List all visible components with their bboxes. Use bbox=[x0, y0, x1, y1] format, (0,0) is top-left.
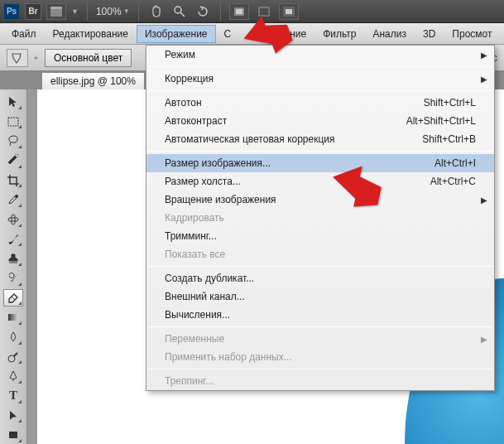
menu-item-adjustments[interactable]: Коррекция▶ bbox=[146, 70, 494, 88]
menu-item-image-rotation[interactable]: Вращение изображения▶ bbox=[146, 191, 494, 209]
eyedropper-tool-icon[interactable] bbox=[3, 191, 23, 209]
menu-item-crop: Кадрировать bbox=[146, 209, 494, 227]
menu-item-calculations[interactable]: Вычисления... bbox=[146, 306, 494, 324]
image-menu-dropdown: Режим▶ Коррекция▶ АвтотонShift+Ctrl+L Ав… bbox=[146, 45, 495, 391]
menu-item-reveal-all: Показать все bbox=[146, 245, 494, 263]
menu-view-partial[interactable]: Просмот bbox=[444, 25, 500, 43]
history-brush-tool-icon[interactable] bbox=[3, 269, 23, 287]
menu-item-trap: Треппинг... bbox=[146, 372, 494, 390]
menu-item-variables: Переменные▶ bbox=[146, 330, 494, 348]
rotate-icon[interactable] bbox=[194, 3, 212, 20]
svg-point-14 bbox=[8, 355, 15, 362]
annotation-arrow-2 bbox=[331, 166, 385, 214]
menu-filter[interactable]: Фильтр bbox=[314, 25, 364, 43]
menu-item-apply-dataset: Применить набор данных... bbox=[146, 348, 494, 366]
shape-tool-icon[interactable] bbox=[3, 426, 23, 444]
marquee-tool-icon[interactable] bbox=[3, 113, 23, 131]
tool-preset-icon[interactable] bbox=[7, 49, 28, 67]
photoshop-logo-icon: Ps bbox=[3, 3, 20, 20]
menu-file[interactable]: Файл bbox=[3, 25, 45, 43]
menu-item-auto-color[interactable]: Автоматическая цветовая коррекцияShift+C… bbox=[146, 130, 494, 148]
svg-point-2 bbox=[175, 7, 181, 13]
menu-item-duplicate[interactable]: Создать дубликат... bbox=[146, 269, 494, 287]
menu-item-canvas-size[interactable]: Размер холста...Alt+Ctrl+C bbox=[146, 172, 494, 191]
blur-tool-icon[interactable] bbox=[3, 328, 23, 346]
crop-tool-icon[interactable] bbox=[3, 171, 23, 190]
foreground-color-button[interactable]: Основной цвет bbox=[45, 49, 132, 67]
svg-rect-12 bbox=[12, 215, 15, 224]
menu-3d[interactable]: 3D bbox=[415, 25, 444, 43]
menu-item-auto-tone[interactable]: АвтотонShift+Ctrl+L bbox=[146, 94, 494, 112]
dodge-tool-icon[interactable] bbox=[3, 348, 23, 366]
submenu-arrow-icon: ▶ bbox=[481, 335, 487, 344]
eraser-tool-icon[interactable] bbox=[3, 289, 23, 307]
svg-rect-13 bbox=[8, 314, 18, 321]
path-select-tool-icon[interactable] bbox=[3, 407, 23, 425]
menu-analysis[interactable]: Анализ bbox=[364, 25, 415, 43]
svg-line-3 bbox=[180, 12, 185, 17]
svg-rect-9 bbox=[8, 118, 18, 126]
menu-layer-partial[interactable]: С bbox=[216, 25, 233, 43]
menu-item-mode[interactable]: Режим▶ bbox=[146, 46, 494, 64]
chevron-down-icon: ▼ bbox=[123, 7, 130, 15]
menu-item-apply-image[interactable]: Внешний канал... bbox=[146, 287, 494, 306]
svg-rect-5 bbox=[236, 9, 242, 14]
zoom-level[interactable]: 100% ▼ bbox=[96, 6, 130, 17]
type-tool-icon[interactable]: T bbox=[3, 387, 23, 405]
submenu-arrow-icon: ▶ bbox=[481, 75, 487, 84]
wand-tool-icon[interactable] bbox=[3, 152, 23, 170]
menu-image[interactable]: Изображение bbox=[137, 25, 216, 43]
svg-point-10 bbox=[15, 195, 18, 198]
pen-tool-icon[interactable] bbox=[3, 367, 23, 385]
stamp-tool-icon[interactable] bbox=[3, 249, 23, 268]
svg-rect-15 bbox=[9, 432, 17, 438]
toolbox: T bbox=[0, 89, 27, 444]
svg-rect-8 bbox=[286, 9, 292, 14]
svg-rect-1 bbox=[50, 7, 62, 9]
gradient-tool-icon[interactable] bbox=[3, 308, 23, 326]
bridge-icon[interactable]: Br bbox=[25, 3, 41, 20]
svg-rect-11 bbox=[8, 218, 18, 221]
menu-item-image-size[interactable]: Размер изображения...Alt+Ctrl+I bbox=[146, 154, 494, 172]
submenu-arrow-icon: ▶ bbox=[481, 51, 487, 60]
zoom-value: 100% bbox=[96, 6, 122, 17]
document-tab[interactable]: ellipse.jpg @ 100% bbox=[41, 72, 145, 89]
hand-icon[interactable] bbox=[147, 3, 166, 20]
brush-tool-icon[interactable] bbox=[3, 230, 23, 249]
lasso-tool-icon[interactable] bbox=[3, 132, 23, 150]
heal-tool-icon[interactable] bbox=[3, 210, 23, 229]
menu-item-auto-contrast[interactable]: АвтоконтрастAlt+Shift+Ctrl+L bbox=[146, 112, 494, 130]
svg-rect-6 bbox=[259, 7, 269, 16]
submenu-arrow-icon: ▶ bbox=[481, 195, 487, 205]
zoom-icon[interactable] bbox=[170, 3, 189, 20]
menu-item-trim[interactable]: Тримминг... bbox=[146, 227, 494, 245]
svg-rect-0 bbox=[50, 8, 62, 17]
annotation-arrow-1 bbox=[244, 15, 294, 63]
menu-edit[interactable]: Редактирование bbox=[45, 25, 137, 43]
move-tool-icon[interactable] bbox=[3, 93, 23, 111]
mini-bridge-icon[interactable] bbox=[46, 3, 66, 20]
